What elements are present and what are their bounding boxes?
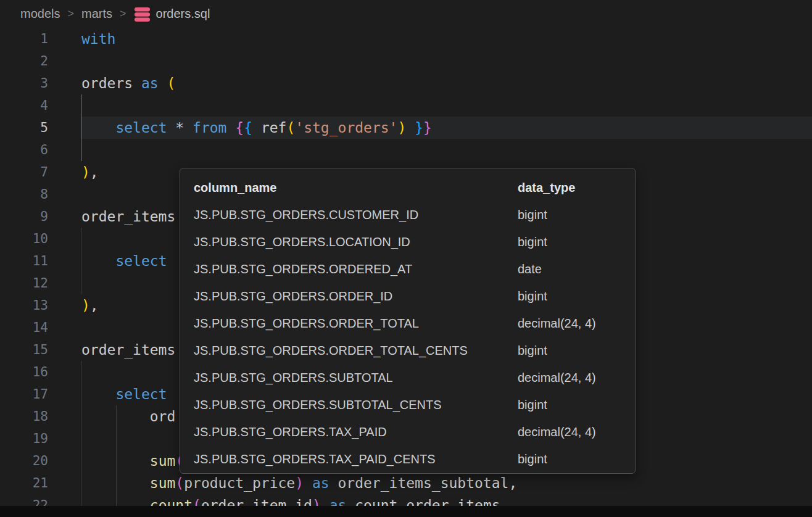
code-token: ( <box>286 120 295 136</box>
tooltip-cell-column-name: JS.PUB.STG_ORDERS.CUSTOMER_ID <box>194 208 518 222</box>
code-line[interactable]: 2 <box>0 50 812 72</box>
tooltip-row: JS.PUB.STG_ORDERS.SUBTOTALdecimal(24, 4) <box>194 364 635 391</box>
tooltip-cell-column-name: JS.PUB.STG_ORDERS.SUBTOTAL_CENTS <box>194 398 518 412</box>
code-text: order_items <box>81 339 175 361</box>
code-token: as <box>312 475 329 491</box>
code-token <box>81 475 150 491</box>
code-text: order_items <box>81 205 175 228</box>
code-token: 'stg_orders' <box>295 120 397 136</box>
tooltip-header-row: column_name data_type <box>194 174 635 201</box>
code-line-content[interactable]: with <box>81 28 812 50</box>
code-token: ref <box>261 120 287 136</box>
tooltip-row: JS.PUB.STG_ORDERS.CUSTOMER_IDbigint <box>194 201 635 228</box>
line-number[interactable]: 16 <box>0 361 48 383</box>
code-text: orders as ( <box>81 72 175 94</box>
code-line[interactable]: 4 <box>0 94 812 117</box>
code-token <box>226 120 235 136</box>
code-token: from <box>193 120 226 136</box>
line-number[interactable]: 2 <box>0 50 48 72</box>
code-token <box>304 475 312 491</box>
code-text: select <box>81 250 167 272</box>
line-number[interactable]: 6 <box>0 139 48 161</box>
bottom-panel-edge <box>0 506 812 517</box>
code-token <box>81 453 150 469</box>
tooltip-cell-data-type: decimal(24, 4) <box>518 425 635 439</box>
line-number[interactable]: 4 <box>0 94 48 117</box>
code-text: select * from {{ ref('stg_orders') }} <box>81 117 432 139</box>
breadcrumb-separator: > <box>120 7 126 20</box>
line-number[interactable]: 20 <box>0 450 48 472</box>
code-line-content[interactable] <box>81 50 812 72</box>
code-line-content[interactable]: orders as ( <box>81 72 812 94</box>
code-line-content[interactable]: select * from {{ ref('stg_orders') }} <box>81 117 812 139</box>
tooltip-row: JS.PUB.STG_ORDERS.TAX_PAID_CENTSbigint <box>194 445 635 473</box>
line-number[interactable]: 3 <box>0 72 48 94</box>
code-line-content[interactable] <box>81 94 812 117</box>
line-number[interactable]: 19 <box>0 428 48 450</box>
tooltip-row: JS.PUB.STG_ORDERS.ORDER_IDbigint <box>194 283 635 310</box>
tooltip-row: JS.PUB.STG_ORDERS.ORDER_TOTAL_CENTSbigin… <box>194 337 635 364</box>
code-token: select <box>115 386 167 402</box>
code-token: , <box>90 297 99 313</box>
indent-guide <box>81 139 81 161</box>
line-number[interactable]: 5 <box>0 117 48 139</box>
tooltip-cell-data-type: bigint <box>518 208 635 222</box>
indent-guide <box>116 428 117 450</box>
line-number[interactable]: 7 <box>0 161 48 183</box>
tooltip-row: JS.PUB.STG_ORDERS.LOCATION_IDbigint <box>194 228 635 255</box>
code-token: ) <box>295 475 304 491</box>
code-token: order_items <box>81 209 175 225</box>
line-number[interactable]: 10 <box>0 228 48 250</box>
code-line[interactable]: 3orders as ( <box>0 72 812 94</box>
line-number[interactable]: 17 <box>0 383 48 405</box>
indent-guide <box>81 94 81 117</box>
line-number[interactable]: 15 <box>0 339 48 361</box>
tooltip-cell-data-type: decimal(24, 4) <box>518 371 635 385</box>
line-number[interactable]: 21 <box>0 472 48 494</box>
column-info-tooltip: column_name data_type JS.PUB.STG_ORDERS.… <box>180 168 636 474</box>
code-token: select <box>115 253 167 269</box>
code-editor[interactable]: 1with23orders as (45 select * from {{ re… <box>0 28 812 516</box>
line-number[interactable]: 11 <box>0 250 48 272</box>
code-line[interactable]: 1with <box>0 28 812 50</box>
line-number[interactable]: 14 <box>0 316 48 339</box>
code-line-content[interactable]: sum(product_price) as order_items_subtot… <box>81 472 812 494</box>
code-token: ( <box>167 75 176 91</box>
breadcrumb-separator: > <box>67 7 74 20</box>
code-token: ( <box>175 475 184 491</box>
code-token: } <box>423 120 432 136</box>
code-token <box>81 120 115 136</box>
line-number[interactable]: 13 <box>0 294 48 316</box>
code-line[interactable]: 21 sum(product_price) as order_items_sub… <box>0 472 812 494</box>
code-line[interactable]: 6 <box>0 139 812 161</box>
breadcrumb-file-name[interactable]: orders.sql <box>156 7 210 21</box>
code-text: ), <box>81 294 99 316</box>
code-line-content[interactable] <box>81 139 812 161</box>
code-token: with <box>81 31 115 47</box>
breadcrumb-item-models[interactable]: models <box>20 7 60 21</box>
code-text: ord <box>81 405 175 428</box>
tooltip-cell-data-type: bigint <box>518 235 635 249</box>
code-token <box>81 386 115 402</box>
tooltip-cell-column-name: JS.PUB.STG_ORDERS.TAX_PAID <box>194 425 518 439</box>
breadcrumb-item-marts[interactable]: marts <box>81 7 112 21</box>
code-token: ) <box>81 297 90 313</box>
code-text: select <box>81 383 167 405</box>
line-number[interactable]: 9 <box>0 205 48 228</box>
tooltip-cell-data-type: decimal(24, 4) <box>518 316 635 331</box>
line-number[interactable]: 8 <box>0 183 48 205</box>
code-token: orders <box>81 75 141 91</box>
code-token: ) <box>81 164 90 180</box>
tooltip-cell-column-name: JS.PUB.STG_ORDERS.SUBTOTAL <box>194 371 518 385</box>
line-number[interactable]: 18 <box>0 405 48 428</box>
tooltip-cell-column-name: JS.PUB.STG_ORDERS.ORDER_TOTAL <box>194 316 518 331</box>
line-number[interactable]: 1 <box>0 28 48 50</box>
code-token: select <box>115 120 167 136</box>
line-number[interactable]: 12 <box>0 272 48 294</box>
code-text: ), <box>81 161 99 183</box>
tooltip-header-data-type: data_type <box>518 181 635 195</box>
tooltip-row: JS.PUB.STG_ORDERS.TAX_PAIDdecimal(24, 4) <box>194 418 635 445</box>
tooltip-row: JS.PUB.STG_ORDERS.ORDERED_ATdate <box>194 255 635 283</box>
code-token: sum <box>150 453 176 469</box>
code-line[interactable]: 5 select * from {{ ref('stg_orders') }} <box>0 117 812 139</box>
